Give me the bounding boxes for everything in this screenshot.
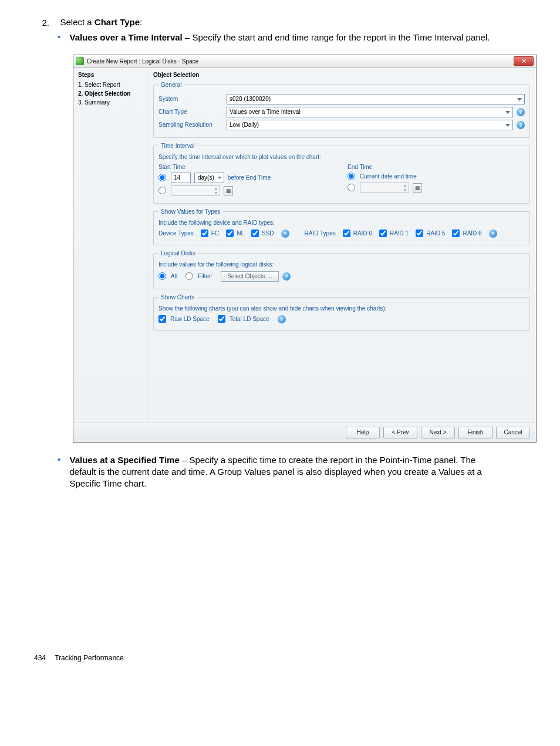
step-number: 2. (34, 18, 49, 28)
start-time-label: Start Time (158, 164, 336, 170)
bullet-text: Values at a Specified Time – Specify a s… (69, 454, 492, 490)
logical-filter-radio[interactable] (185, 272, 193, 280)
cancel-button[interactable]: Cancel (496, 427, 530, 438)
dialog-window: Create New Report : Logical Disks - Spac… (73, 55, 537, 443)
group-legend: Time Interval (158, 143, 197, 149)
device-fc-checkbox[interactable] (201, 229, 208, 237)
group-time-interval: Time Interval Specify the time interval … (153, 143, 530, 204)
end-current-radio[interactable] (348, 173, 355, 180)
help-button[interactable]: Help (346, 427, 380, 438)
group-desc: Specify the time interval over which to … (158, 154, 525, 160)
total-ld-checkbox[interactable] (218, 315, 225, 323)
calendar-icon[interactable]: ▦ (413, 183, 422, 193)
raid5-checkbox[interactable] (416, 229, 423, 237)
start-absolute-radio[interactable] (158, 187, 166, 194)
group-types: Show Values for Types Include the follow… (153, 208, 530, 245)
field-label: Sampling Resolution (158, 121, 223, 128)
titlebar: Create New Report : Logical Disks - Spac… (73, 55, 536, 68)
page-number: 434 (34, 654, 53, 662)
raid1-checkbox[interactable] (379, 229, 387, 237)
group-legend: General (158, 82, 184, 88)
start-date-spinner[interactable]: ▲▼ (171, 185, 220, 196)
end-time-label: End Time (348, 164, 525, 170)
logical-all-radio[interactable] (158, 272, 166, 280)
calendar-icon[interactable]: ▦ (224, 186, 233, 195)
system-combo[interactable]: s020 (1300020) (227, 94, 525, 104)
days-unit-combo[interactable]: day(s) (194, 173, 224, 183)
field-label: Chart Type (158, 109, 223, 115)
group-logical-disks: Logical Disks Include values for the fol… (153, 250, 530, 289)
start-relative-radio[interactable] (158, 174, 166, 181)
wizard-step[interactable]: 2. Object Selection (78, 89, 142, 98)
bullet-icon: • (58, 454, 67, 464)
group-legend: Show Values for Types (158, 208, 222, 215)
device-types-label: Device Types (158, 230, 194, 237)
steps-header: Steps (78, 72, 142, 78)
next-button[interactable]: Next > (421, 427, 455, 438)
help-icon[interactable]: ? (489, 229, 497, 238)
group-show-charts: Show Charts Show the following charts (y… (153, 294, 530, 331)
help-icon[interactable]: ? (517, 121, 525, 129)
finish-button[interactable]: Finish (458, 427, 492, 438)
select-objects-button[interactable]: Select Objects … (221, 271, 279, 282)
section-title: Tracking Performance (55, 654, 124, 662)
bullet-text: Values over a Time Interval – Specify th… (69, 32, 492, 43)
step-line: Select a Chart Type: (60, 16, 518, 28)
group-desc: Include the following device and RAID ty… (158, 220, 525, 226)
raid0-checkbox[interactable] (343, 229, 350, 237)
end-current-label: Current date and time (360, 173, 417, 180)
bullet-icon: • (58, 32, 67, 42)
help-icon[interactable]: ? (517, 108, 525, 116)
device-ssd-checkbox[interactable] (251, 229, 259, 237)
app-icon (76, 57, 84, 65)
help-icon[interactable]: ? (282, 272, 291, 281)
wizard-step[interactable]: 1. Select Report (78, 80, 142, 89)
days-input[interactable] (171, 173, 191, 183)
group-legend: Show Charts (158, 294, 197, 301)
group-desc: Include values for the following logical… (158, 261, 525, 268)
raid-types-label: RAID Types (305, 230, 336, 237)
raw-ld-checkbox[interactable] (158, 315, 166, 323)
prev-button[interactable]: < Prev (383, 427, 417, 438)
chart-type-combo[interactable]: Values over a Time Interval (227, 107, 513, 117)
close-button[interactable]: ✕ (514, 56, 534, 66)
panel-header: Object Selection (153, 72, 530, 78)
sampling-combo[interactable]: Low (Daily) (227, 120, 513, 130)
wizard-step[interactable]: 3. Summary (78, 98, 142, 107)
end-absolute-radio[interactable] (348, 184, 355, 191)
window-title: Create New Report : Logical Disks - Spac… (87, 58, 514, 65)
help-icon[interactable]: ? (278, 315, 286, 323)
field-label: System (158, 96, 223, 102)
device-nl-checkbox[interactable] (226, 229, 234, 237)
dialog-footer: Help < Prev Next > Finish Cancel (73, 423, 536, 442)
page-footer: 434 Tracking Performance (34, 654, 526, 662)
raid6-checkbox[interactable] (452, 229, 460, 237)
end-date-spinner[interactable]: ▲▼ (360, 183, 409, 193)
group-general: General System s020 (1300020) Chart Type… (153, 82, 530, 138)
group-desc: Show the following charts (you can also … (158, 305, 525, 312)
help-icon[interactable]: ? (281, 229, 289, 238)
before-end-label: before End Time (228, 174, 271, 181)
steps-sidebar: Steps 1. Select Report 2. Object Selecti… (73, 68, 147, 423)
group-legend: Logical Disks (158, 250, 198, 256)
